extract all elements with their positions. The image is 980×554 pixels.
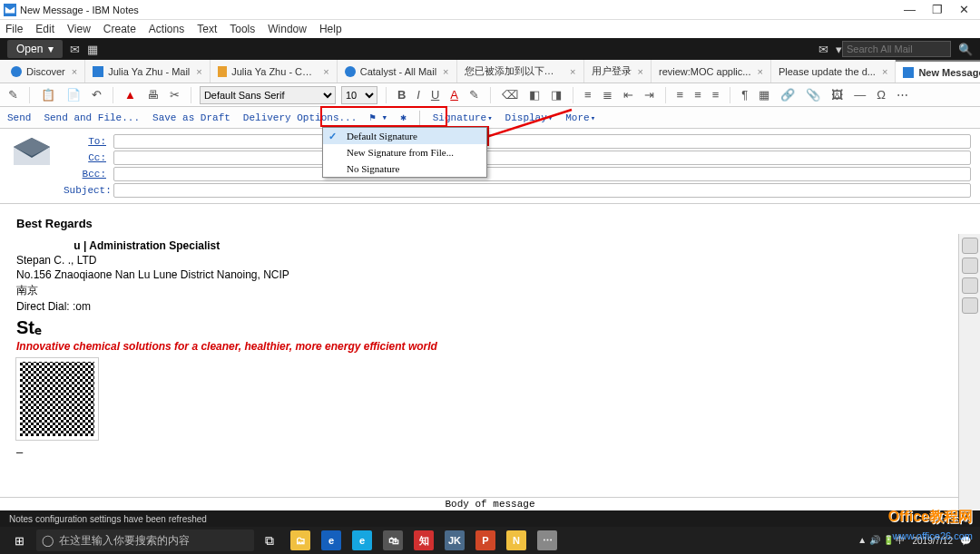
calendar-icon[interactable]: ▦ <box>87 43 98 56</box>
explorer-icon[interactable]: 🗂 <box>285 529 316 552</box>
tab-mail[interactable]: Julia Ya Zhu - Mail× <box>85 60 211 83</box>
cc-label[interactable]: Cc: <box>64 152 113 163</box>
align-right-icon[interactable]: ≡ <box>710 86 722 103</box>
edge-icon[interactable]: e <box>316 529 347 552</box>
menu-file[interactable]: File <box>5 23 23 35</box>
tab-review[interactable]: review:MOC applic...× <box>652 60 771 83</box>
notes-icon[interactable]: N <box>501 529 532 552</box>
tab-discover[interactable]: Discover× <box>4 60 85 83</box>
sidebar-expand-icon[interactable] <box>962 238 978 254</box>
taskview-icon[interactable]: ⧉ <box>254 529 285 552</box>
paragraph-icon[interactable]: ¶ <box>739 86 750 103</box>
send-and-file-button[interactable]: Send and File... <box>44 112 140 123</box>
cut-icon[interactable]: ✂ <box>167 86 182 103</box>
font-color-icon[interactable]: A <box>447 86 461 103</box>
close-icon[interactable]: × <box>638 66 643 77</box>
maximize-button[interactable]: ❐ <box>932 3 943 16</box>
more-icon[interactable]: ⋯ <box>894 86 911 103</box>
menu-view[interactable]: View <box>67 23 91 35</box>
bullet-icon[interactable]: ≡ <box>582 86 594 103</box>
start-button[interactable]: ⊞ <box>4 529 34 552</box>
print-icon[interactable]: 🖶 <box>144 86 162 103</box>
compose-icon[interactable]: ✎ <box>5 86 21 103</box>
store-icon[interactable]: 🛍 <box>377 529 408 552</box>
to-input[interactable] <box>113 134 971 149</box>
flag-icon[interactable]: ⚑ ▾ <box>369 112 387 123</box>
align-center-icon[interactable]: ≡ <box>691 86 704 103</box>
bcc-label[interactable]: Bcc: <box>64 169 113 180</box>
copy-icon[interactable]: 📋 <box>38 86 58 103</box>
open-button[interactable]: Open▾ <box>7 40 63 58</box>
tab-update[interactable]: Please update the d...× <box>771 60 896 83</box>
size-select[interactable]: 10 <box>341 86 377 104</box>
sigmenu-newfile[interactable]: New Signature from File... <box>323 144 486 160</box>
close-icon[interactable]: × <box>757 66 762 77</box>
bold-icon[interactable]: B <box>395 86 408 103</box>
underline-icon[interactable]: U <box>428 86 442 103</box>
save-draft-button[interactable]: Save as Draft <box>152 112 230 123</box>
close-icon[interactable]: × <box>72 66 77 77</box>
tab-newmessage[interactable]: New Message× <box>896 60 980 83</box>
cc-input[interactable] <box>113 151 971 165</box>
tab-cn2[interactable]: 用户登录× <box>584 60 652 83</box>
menu-tools[interactable]: Tools <box>230 23 255 35</box>
bcc-input[interactable] <box>113 167 971 181</box>
paste-icon[interactable]: 📄 <box>64 86 83 103</box>
minimize-button[interactable]: — <box>904 3 916 16</box>
subject-input[interactable] <box>113 183 971 198</box>
close-icon[interactable]: × <box>882 66 887 77</box>
app2-icon[interactable]: JK <box>439 529 470 552</box>
font-select[interactable]: Default Sans Serif <box>200 86 336 104</box>
menu-edit[interactable]: Edit <box>35 23 54 35</box>
close-icon[interactable]: × <box>323 66 328 77</box>
dropdown-icon[interactable]: ▾ <box>836 43 842 56</box>
display-dropdown[interactable]: Display <box>505 112 554 123</box>
numlist-icon[interactable]: ≣ <box>600 86 615 103</box>
indent-icon[interactable]: ⇥ <box>642 86 657 103</box>
style2-icon[interactable]: ◨ <box>548 86 564 103</box>
message-body[interactable]: Best Regards u | Administration Speciali… <box>0 204 980 471</box>
symbol-icon[interactable]: Ω <box>874 86 888 103</box>
app3-icon[interactable]: ⋯ <box>532 529 563 552</box>
color-icon[interactable]: ▲ <box>122 86 139 103</box>
close-icon[interactable]: × <box>443 66 448 77</box>
outdent-icon[interactable]: ⇤ <box>621 86 636 103</box>
highlight-icon[interactable]: ✎ <box>466 86 482 103</box>
menu-text[interactable]: Text <box>197 23 217 35</box>
more-dropdown[interactable]: More <box>565 112 595 123</box>
menu-help[interactable]: Help <box>319 23 342 35</box>
to-label[interactable]: To: <box>64 136 113 147</box>
close-icon[interactable]: × <box>570 66 575 77</box>
style1-icon[interactable]: ◧ <box>526 86 543 103</box>
mail-icon[interactable]: ✉ <box>70 43 80 56</box>
clear-icon[interactable]: ⌫ <box>499 86 521 103</box>
italic-icon[interactable]: I <box>414 86 423 103</box>
menu-create[interactable]: Create <box>103 23 136 35</box>
sidebar-home-icon[interactable] <box>962 258 978 274</box>
cortana-search[interactable]: ◯ 在这里输入你要搜索的内容 <box>36 530 254 551</box>
undo-icon[interactable]: ↶ <box>89 86 104 103</box>
table-icon[interactable]: ▦ <box>756 86 772 103</box>
menu-window[interactable]: Window <box>268 23 307 35</box>
search-input[interactable] <box>842 41 951 57</box>
image-icon[interactable]: 🖼 <box>828 86 846 103</box>
search-icon[interactable]: 🔍 <box>958 43 973 56</box>
hr-icon[interactable]: — <box>851 86 868 103</box>
ie-icon[interactable]: e <box>347 529 377 552</box>
attach-icon[interactable]: 📎 <box>803 86 823 103</box>
close-button[interactable]: ✕ <box>959 3 969 16</box>
send-button[interactable]: Send <box>7 112 31 123</box>
align-left-icon[interactable]: ≡ <box>674 86 687 103</box>
menu-actions[interactable]: Actions <box>149 23 184 35</box>
powerpoint-icon[interactable]: P <box>470 529 501 552</box>
tab-calendar[interactable]: Julia Ya Zhu - Calen...× <box>211 60 338 83</box>
signature-dropdown[interactable]: Signature <box>433 112 493 123</box>
lock-icon[interactable]: ✱ <box>400 112 407 123</box>
app1-icon[interactable]: 知 <box>408 529 439 552</box>
sidebar-calendar-icon[interactable] <box>962 297 978 314</box>
tab-cn1[interactable]: 您已被添加到以下学习...× <box>457 60 584 83</box>
envelope-icon[interactable]: ✉ <box>818 43 828 56</box>
sigmenu-default[interactable]: ✓ Default Signature <box>323 128 486 144</box>
sigmenu-none[interactable]: No Signature <box>323 160 486 177</box>
delivery-options-button[interactable]: Delivery Options... <box>243 112 357 123</box>
